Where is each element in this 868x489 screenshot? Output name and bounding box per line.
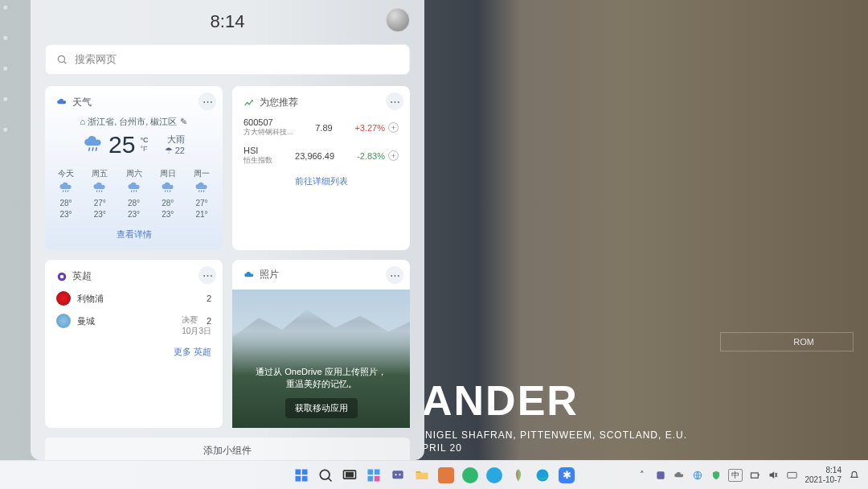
svg-rect-40 [751,473,759,478]
svg-line-1 [64,62,67,64]
svg-point-0 [58,55,64,62]
forecast-row: 今天28°23°周五27°23°周六28°23°周日28°23°周一27°21° [56,168,211,219]
svg-line-18 [201,191,202,192]
widgets-button[interactable] [363,465,384,486]
svg-line-19 [203,191,204,192]
league-icon [56,271,68,282]
svg-rect-31 [375,469,380,475]
stocks-title: 为您推荐 [260,96,298,109]
app-icon-2[interactable] [484,465,505,486]
svg-line-11 [131,191,132,192]
app-icon-3[interactable] [508,465,529,486]
svg-rect-23 [302,469,308,475]
taskbar-center: ✱ [291,465,577,486]
ime-indicator[interactable]: 中 [728,469,743,482]
get-mobile-app-button[interactable]: 获取移动应用 [285,398,358,418]
weather-card-icon [56,97,68,109]
svg-rect-29 [346,472,353,476]
svg-line-9 [100,191,100,192]
mancity-badge [56,314,71,328]
forecast-day[interactable]: 今天28°23° [58,168,74,219]
weather-details-link[interactable]: 查看详情 [56,228,211,240]
stock-row[interactable]: HSI恒生指数 23,966.49 -2.83%+ [244,146,399,166]
app-icon-1[interactable] [436,465,457,486]
search-button[interactable] [315,465,336,486]
rom-label: ROM [720,332,854,351]
start-button[interactable] [291,465,312,486]
svg-line-8 [97,191,98,192]
svg-line-13 [136,191,137,192]
wallpaper-title: ANDER [422,376,579,425]
svg-point-37 [537,469,549,481]
tray-globe-icon[interactable] [691,469,703,481]
stocks-details-link[interactable]: 前往详细列表 [244,175,399,187]
forecast-day[interactable]: 周六28°23° [126,168,142,219]
system-tray: ˄ 中 8:14 2021-10-7 [636,466,860,484]
explorer-icon[interactable] [411,465,432,486]
browser-360-icon[interactable] [460,465,481,486]
stock-row[interactable]: 600507方大特钢科技... 7.89 +3.27%+ [244,117,399,138]
svg-line-6 [65,191,66,192]
svg-line-4 [96,147,96,150]
rain-icon [83,134,104,155]
svg-rect-32 [368,475,374,481]
edit-location-icon[interactable]: ✎ [180,117,187,126]
tray-app-icon[interactable] [654,469,666,481]
svg-rect-22 [296,469,301,475]
sports-title: 英超 [72,269,92,283]
stocks-card[interactable]: 为您推荐 ⋯ 600507方大特钢科技... 7.89 +3.27%+ HSI恒… [232,86,410,250]
weather-more-button[interactable]: ⋯ [199,92,216,110]
svg-line-2 [89,147,90,150]
tray-chevron-icon[interactable]: ˄ [636,469,648,481]
edge-icon[interactable] [532,465,553,486]
liverpool-badge [56,291,71,306]
svg-line-17 [199,191,199,192]
tray-cloud-icon[interactable] [673,469,685,481]
volume-icon[interactable] [768,469,780,481]
svg-line-3 [92,147,93,150]
weather-location[interactable]: ⌂ 浙江省, 台州市, 椒江区✎ [56,116,211,128]
chat-button[interactable] [387,465,408,486]
photos-more-button[interactable]: ⋯ [386,266,403,284]
widgets-panel: 8:14 搜索网页 天气 ⋯ ⌂ 浙江省, 台州市, 椒江区✎ 25 °C°F [31,0,424,460]
taskbar-clock[interactable]: 8:14 2021-10-7 [805,466,841,484]
photos-hero: 通过从 OneDrive 应用上传照片， 重温美好的记忆。 获取移动应用 [232,290,410,428]
svg-line-14 [165,191,166,192]
weather-card[interactable]: 天气 ⋯ ⌂ 浙江省, 台州市, 椒江区✎ 25 °C°F 大雨 ☂ 22 今天… [45,86,223,250]
add-stock-icon[interactable]: + [388,122,399,133]
svg-point-21 [60,274,64,278]
team-row: 利物浦 2 [56,291,211,306]
svg-rect-34 [392,471,403,479]
keyboard-icon[interactable] [786,469,798,481]
add-widget-button[interactable]: 添加小组件 [45,438,410,460]
app-icon-4[interactable]: ✱ [556,465,577,486]
svg-line-27 [329,478,332,481]
sports-more-link[interactable]: 更多 英超 [56,346,211,358]
search-icon [56,54,68,65]
sports-more-button[interactable]: ⋯ [199,266,216,284]
photos-card[interactable]: 照片 ⋯ 通过从 OneDrive 应用上传照片， 重温美好的记忆。 获取移动应… [232,260,410,428]
add-stock-icon[interactable]: + [388,150,399,161]
widgets-clock: 8:14 [211,11,245,35]
tray-shield-icon[interactable] [710,469,722,481]
search-input[interactable]: 搜索网页 [45,44,410,75]
condition-text: 大雨 [165,134,185,146]
svg-line-15 [167,191,168,192]
sports-card[interactable]: 英超 ⋯ 利物浦 2 曼城 2 决赛 10月3日 更多 英超 [45,260,223,428]
onedrive-icon [244,269,255,281]
svg-rect-24 [296,475,301,481]
network-icon[interactable] [749,469,761,481]
forecast-day[interactable]: 周一27°21° [194,168,210,219]
svg-line-5 [63,191,63,192]
svg-line-16 [170,191,170,192]
forecast-day[interactable]: 周日28°23° [160,168,176,219]
notifications-icon[interactable] [848,469,860,481]
profile-avatar[interactable] [386,8,410,32]
svg-rect-30 [368,469,374,475]
stocks-more-button[interactable]: ⋯ [386,92,403,110]
forecast-day[interactable]: 周五27°23° [92,168,108,219]
task-view-button[interactable] [339,465,360,486]
svg-line-10 [102,191,103,192]
photos-title: 照片 [260,268,279,281]
svg-rect-25 [302,475,308,481]
